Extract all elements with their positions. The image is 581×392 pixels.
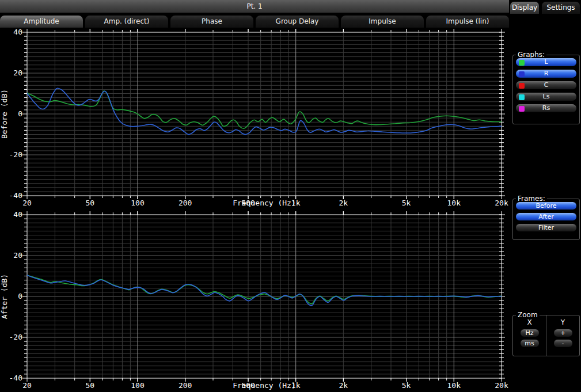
graphs-group: Graphs: L R C Ls Rs	[512, 55, 580, 124]
svg-text:5k: 5k	[402, 381, 411, 390]
frame-button-after[interactable]: After	[515, 212, 577, 221]
zoom-group-label: Zoom	[516, 311, 540, 319]
graph-button-l[interactable]: L	[515, 58, 577, 67]
frame-button-before[interactable]: Before	[515, 201, 577, 210]
zoom-x-column: X Hz ms	[513, 315, 546, 356]
zoom-y-plus-button[interactable]: +	[553, 329, 573, 337]
svg-text:-40: -40	[9, 374, 22, 382]
svg-text:200: 200	[179, 381, 192, 390]
svg-text:10k: 10k	[447, 199, 461, 207]
graph-button-r[interactable]: R	[515, 69, 577, 78]
svg-text:100: 100	[131, 381, 144, 390]
after-plot[interactable]: 40200-20-40After (dB)20501002005001k2k5k…	[0, 211, 509, 392]
svg-text:-40: -40	[9, 191, 22, 200]
svg-text:20: 20	[22, 199, 32, 207]
zoom-y-minus-button[interactable]: -	[553, 339, 573, 348]
svg-text:50: 50	[85, 199, 94, 207]
tab-amp-direct[interactable]: Amp. (direct)	[85, 16, 168, 28]
before-plot[interactable]: 40200-20-40Before (dB)20501002005001k2k5…	[0, 28, 509, 211]
svg-text:100: 100	[131, 199, 144, 207]
graph-button-ls[interactable]: Ls	[515, 92, 577, 101]
svg-text:2k: 2k	[339, 381, 348, 390]
svg-text:20: 20	[13, 68, 22, 77]
channel-r-color-swatch-icon	[519, 71, 525, 77]
svg-text:After (dB): After (dB)	[0, 274, 9, 319]
svg-text:40: 40	[13, 211, 22, 219]
svg-text:20: 20	[13, 251, 22, 260]
zoom-y-label: Y	[546, 318, 579, 327]
svg-text:-20: -20	[9, 333, 22, 341]
svg-text:200: 200	[179, 199, 192, 207]
zoom-x-ms-button[interactable]: ms	[520, 339, 540, 348]
tab-group-delay[interactable]: Group Delay	[256, 16, 339, 28]
graph-button-c[interactable]: C	[515, 81, 577, 90]
title-bar: Pt. 1	[0, 0, 509, 13]
zoom-y-column: Y + -	[546, 315, 579, 356]
svg-text:20: 20	[22, 381, 32, 390]
graph-button-l-label: L	[544, 58, 548, 66]
tab-display[interactable]: Display	[510, 2, 539, 14]
svg-text:50: 50	[85, 381, 94, 390]
tab-impulse[interactable]: Impulse	[341, 16, 424, 28]
tab-phase[interactable]: Phase	[170, 16, 253, 28]
svg-text:-20: -20	[9, 150, 22, 159]
svg-text:20k: 20k	[495, 199, 508, 207]
side-tab-bar: Display Settings	[510, 2, 580, 14]
tab-settings[interactable]: Settings	[542, 2, 580, 14]
tab-impulse-lin[interactable]: Impulse (lin)	[426, 16, 509, 28]
zoom-x-hz-button[interactable]: Hz	[520, 329, 540, 337]
page-title: Pt. 1	[246, 2, 262, 10]
view-tab-bar: Amplitude Amp. (direct) Phase Group Dela…	[0, 16, 509, 28]
svg-text:10k: 10k	[447, 381, 461, 390]
zoom-group: Zoom X Hz ms Y + -	[512, 315, 580, 356]
svg-text:20k: 20k	[495, 381, 508, 390]
graph-button-rs-label: Rs	[542, 104, 550, 112]
graph-button-rs[interactable]: Rs	[515, 104, 577, 113]
graph-button-ls-label: Ls	[543, 93, 550, 100]
svg-text:Before (dB): Before (dB)	[0, 89, 9, 139]
svg-text:2k: 2k	[339, 199, 348, 207]
zoom-x-label: X	[513, 318, 546, 327]
channel-ls-color-swatch-icon	[519, 94, 525, 100]
graph-button-c-label: C	[544, 81, 549, 89]
tab-amplitude[interactable]: Amplitude	[0, 16, 83, 28]
svg-text:Frequency (Hz): Frequency (Hz)	[233, 199, 296, 207]
channel-rs-color-swatch-icon	[519, 106, 525, 112]
channel-l-color-swatch-icon	[519, 60, 525, 66]
svg-text:Frequency (Hz): Frequency (Hz)	[233, 381, 296, 390]
graph-button-r-label: R	[544, 70, 549, 77]
app-window: Pt. 1 Amplitude Amp. (direct) Phase Grou…	[0, 0, 581, 392]
svg-text:0: 0	[18, 109, 22, 118]
svg-text:40: 40	[13, 28, 22, 36]
frame-button-filter[interactable]: Filter	[515, 223, 577, 232]
frames-group: Frames: Before After Filter	[512, 199, 580, 240]
svg-text:5k: 5k	[402, 199, 411, 207]
svg-text:0: 0	[18, 292, 22, 300]
channel-c-color-swatch-icon	[519, 83, 525, 89]
